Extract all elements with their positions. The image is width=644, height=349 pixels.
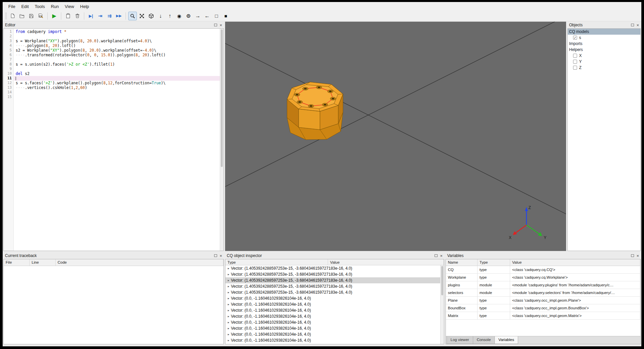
editor-line-14[interactable] (14, 90, 220, 95)
expand-arrow-icon[interactable]: ▸ (228, 285, 229, 288)
expand-arrow-icon[interactable]: ▸ (228, 315, 229, 318)
close-icon[interactable]: × (219, 254, 222, 258)
new-file-icon[interactable] (8, 12, 17, 20)
fit-view-icon[interactable] (138, 12, 146, 20)
float-icon[interactable] (214, 24, 217, 26)
editor-code[interactable]: from cadquery import *s = Workplane("XY"… (14, 29, 220, 251)
save-icon[interactable] (27, 12, 36, 20)
inspector-row[interactable]: ▸Vector: (0.0, -1.1604610293826104e-16, … (225, 337, 440, 343)
run-icon[interactable]: ▶ (50, 12, 59, 20)
expand-arrow-icon[interactable]: ▸ (228, 321, 229, 324)
inspector-row[interactable]: ▸Vector: (1.4053924288597253e-15, -3.680… (225, 265, 440, 271)
expand-arrow-icon[interactable]: ▸ (228, 309, 229, 312)
inspector-row[interactable]: ▸Vector: (0.0, -1.1604610293826104e-16, … (225, 295, 440, 301)
column-header-type[interactable]: Type (225, 259, 328, 265)
expand-arrow-icon[interactable]: ▸ (228, 273, 229, 276)
editor-line-9[interactable] (14, 67, 220, 71)
view-up-icon[interactable]: ↑ (165, 12, 174, 20)
editor-line-6[interactable]: ····.transformed(rotate=Vector(0, 0, 15.… (14, 53, 220, 57)
variable-row[interactable]: BoundBoxtype<class 'cadquery.occ_impl.ge… (446, 304, 640, 312)
inspector-scrollbar[interactable] (440, 265, 444, 344)
tree-group-cq-models[interactable]: CQ models (568, 29, 640, 35)
expand-arrow-icon[interactable]: ▸ (228, 267, 229, 270)
float-icon[interactable] (435, 254, 438, 257)
menu-tools[interactable]: Tools (32, 3, 48, 10)
view-front-icon[interactable]: ◉ (175, 12, 183, 20)
tab-console[interactable]: Console (473, 336, 495, 344)
editor-line-3[interactable]: s = Workplane("XY").polygon(8, 20.0).wor… (14, 39, 220, 43)
expand-arrow-icon[interactable]: ▸ (228, 279, 229, 282)
editor-scrollbar[interactable] (220, 29, 223, 251)
editor-line-4[interactable]: ····.polygon(8, 20).loft() (14, 43, 220, 48)
inspector-row[interactable]: ▸Vector: (0.0, -1.1604610293826104e-16, … (225, 325, 440, 331)
save-as-icon[interactable] (36, 12, 45, 20)
step-icon[interactable]: ⇥ (96, 12, 105, 20)
inspector-row[interactable]: ▸Vector: (0.0, -1.1604610293826104e-16, … (225, 301, 440, 307)
column-header-file[interactable]: File (4, 259, 30, 266)
editor-line-12[interactable]: s = s.faces('>Z').workplane().polygon(8,… (14, 81, 220, 85)
tree-item-z[interactable]: Z (568, 65, 640, 71)
view-right-icon[interactable]: → (193, 12, 202, 20)
inspector-row[interactable]: ▸Vector: (0.0, -1.1604610293826104e-16, … (225, 319, 440, 325)
checkbox-z[interactable] (573, 66, 577, 70)
column-header-value[interactable]: Value (328, 259, 444, 265)
expand-arrow-icon[interactable]: ▸ (228, 333, 229, 336)
tree-group-helpers[interactable]: Helpers (568, 47, 640, 53)
editor-line-15[interactable] (14, 95, 220, 99)
float-icon[interactable] (214, 254, 217, 257)
variable-row[interactable]: CQtype<class 'cadquery.cq.CQ'> (446, 266, 640, 274)
tree-item-s[interactable]: ✓s (568, 35, 640, 41)
expand-arrow-icon[interactable]: ▸ (228, 291, 229, 294)
variable-row[interactable]: Matrixtype<class 'cadquery.occ_impl.geom… (446, 312, 640, 320)
inspector-row[interactable]: ▸Vector: (0.0, -1.1604610293826104e-16, … (225, 331, 440, 337)
close-icon[interactable]: × (636, 23, 639, 27)
inspector-row[interactable]: ▸Vector: (1.4053924288597253e-15, -3.680… (225, 277, 440, 283)
float-icon[interactable] (631, 24, 634, 26)
tab-variables[interactable]: Variables (494, 336, 518, 344)
editor-line-13[interactable]: ····.vertices().cskHole(1,2,60) (14, 85, 220, 90)
view-down-icon[interactable]: ↓ (156, 12, 165, 20)
editor-line-10[interactable]: del s2 (14, 71, 220, 76)
editor-line-5[interactable]: s2 = Workplane("XY").polygon(8, 20.0).wo… (14, 48, 220, 53)
column-header-code[interactable]: Code (56, 259, 223, 266)
menu-file[interactable]: File (5, 3, 18, 10)
editor-line-2[interactable] (14, 34, 220, 39)
menu-view[interactable]: View (62, 3, 77, 10)
shaded-icon[interactable]: ■ (221, 12, 230, 20)
inspector-row[interactable]: ▸Vector: (0.0, -1.1604610293826104e-16, … (225, 313, 440, 319)
variable-row[interactable]: pluginsmodule<module 'cadquery.plugins' … (446, 281, 640, 289)
menu-help[interactable]: Help (77, 3, 92, 10)
inspector-row[interactable]: ▸Vector: (1.4053924288597253e-15, -3.680… (225, 283, 440, 289)
inspector-row[interactable]: ▸Vector: (0.0, -1.1604610293826104e-16, … (225, 307, 440, 313)
view-back-icon[interactable]: ⊙ (184, 12, 193, 20)
continue-icon[interactable]: ▶▶ (115, 12, 123, 20)
column-header-type[interactable]: Type (478, 259, 510, 266)
editor-line-8[interactable]: s = s.union(s2).faces('>Z or <Z').fillet… (14, 62, 220, 67)
step-over-icon[interactable]: ⇉ (105, 12, 114, 20)
menu-run[interactable]: Run (48, 3, 62, 10)
clipboard-icon[interactable] (64, 12, 72, 20)
toolbar-grip[interactable] (5, 13, 7, 19)
menu-edit[interactable]: Edit (18, 3, 32, 10)
expand-arrow-icon[interactable]: ▸ (228, 327, 229, 330)
tab-log-viewer[interactable]: Log viewer (447, 336, 473, 344)
expand-arrow-icon[interactable]: ▸ (228, 297, 229, 300)
close-icon[interactable]: × (636, 254, 639, 258)
tree-item-y[interactable]: Y (568, 59, 640, 65)
expand-arrow-icon[interactable]: ▸ (228, 339, 229, 342)
editor-line-7[interactable] (14, 57, 220, 62)
column-header-name[interactable]: Name (446, 259, 478, 266)
open-icon[interactable] (18, 12, 26, 20)
inspector-row[interactable]: ▸Vector: (1.4053924288597253e-15, -3.680… (225, 271, 440, 277)
wireframe-icon[interactable]: □ (212, 12, 221, 20)
checkbox-y[interactable] (573, 60, 577, 64)
column-header-line[interactable]: Line (30, 259, 56, 266)
magnifier-icon[interactable] (128, 12, 137, 20)
variable-row[interactable]: Workplanetype<class 'cadquery.cq.Workpla… (446, 274, 640, 281)
tree-item-x[interactable]: X (568, 53, 640, 59)
editor-line-11[interactable] (14, 76, 220, 81)
trash-icon[interactable] (73, 12, 82, 20)
checkbox-x[interactable] (573, 54, 577, 58)
viewport-3d[interactable]: Z X Y (225, 22, 566, 251)
float-icon[interactable] (631, 254, 634, 257)
